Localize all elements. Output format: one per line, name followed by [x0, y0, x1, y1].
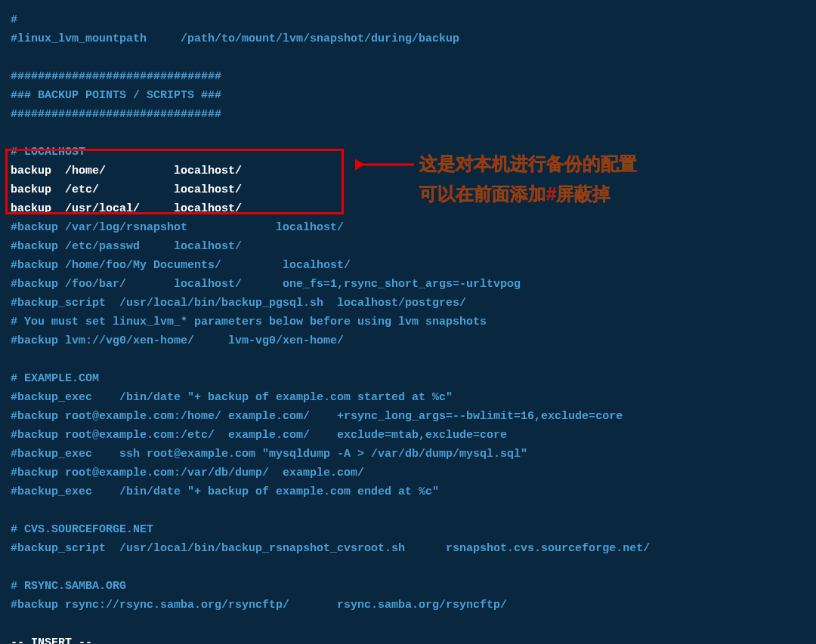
code-line: ###############################	[11, 105, 805, 124]
annotation-line-2: 可以在前面添加#屏蔽掉	[419, 179, 637, 209]
code-line: #backup_exec /bin/date "+ backup of exam…	[11, 482, 805, 501]
code-line	[11, 48, 805, 67]
code-line: -- INSERT --	[11, 633, 805, 644]
code-line: #backup root@example.com:/var/db/dump/ e…	[11, 464, 805, 482]
code-line: #backup /var/log/rsnapshot localhost/	[11, 218, 805, 237]
code-line: #backup /home/foo/My Documents/ localhos…	[11, 256, 805, 275]
code-line: #linux_lvm_mountpath /path/to/mount/lvm/…	[11, 29, 805, 48]
code-line: #backup root@example.com:/etc/ example.c…	[11, 426, 805, 445]
code-line: #backup_exec ssh root@example.com "mysql…	[11, 445, 805, 464]
code-line: # You must set linux_lvm_* parameters be…	[11, 313, 805, 331]
code-line: #backup_script /usr/local/bin/backup_pgs…	[11, 294, 805, 313]
code-line: backup /usr/local/ localhost/	[11, 199, 805, 218]
code-line: # LOCALHOST	[11, 143, 805, 162]
code-line: #backup /etc/passwd localhost/	[11, 237, 805, 256]
code-line: #	[11, 11, 805, 29]
code-line	[11, 501, 805, 520]
code-line	[11, 558, 805, 577]
code-line	[11, 350, 805, 369]
annotation-callout: 这是对本机进行备份的配置 可以在前面添加#屏蔽掉	[419, 149, 637, 209]
annotation-line-1: 这是对本机进行备份的配置	[419, 149, 637, 179]
code-line: backup /etc/ localhost/	[11, 180, 805, 199]
code-line: # EXAMPLE.COM	[11, 369, 805, 388]
code-line: # CVS.SOURCEFORGE.NET	[11, 520, 805, 539]
code-line: #backup rsync://rsync.samba.org/rsyncftp…	[11, 596, 805, 615]
code-line: # RSYNC.SAMBA.ORG	[11, 577, 805, 596]
code-line	[11, 615, 805, 633]
code-line: ###############################	[11, 67, 805, 86]
code-line: #backup root@example.com:/home/ example.…	[11, 407, 805, 426]
editor-content[interactable]: ##linux_lvm_mountpath /path/to/mount/lvm…	[11, 11, 805, 644]
code-line: #backup_exec /bin/date "+ backup of exam…	[11, 388, 805, 407]
code-line: #backup /foo/bar/ localhost/ one_fs=1,rs…	[11, 275, 805, 294]
code-line: #backup_script /usr/local/bin/backup_rsn…	[11, 539, 805, 558]
code-line: backup /home/ localhost/	[11, 162, 805, 180]
code-line: #backup lvm://vg0/xen-home/ lvm-vg0/xen-…	[11, 331, 805, 350]
code-line: ### BACKUP POINTS / SCRIPTS ###	[11, 86, 805, 105]
code-line	[11, 124, 805, 143]
